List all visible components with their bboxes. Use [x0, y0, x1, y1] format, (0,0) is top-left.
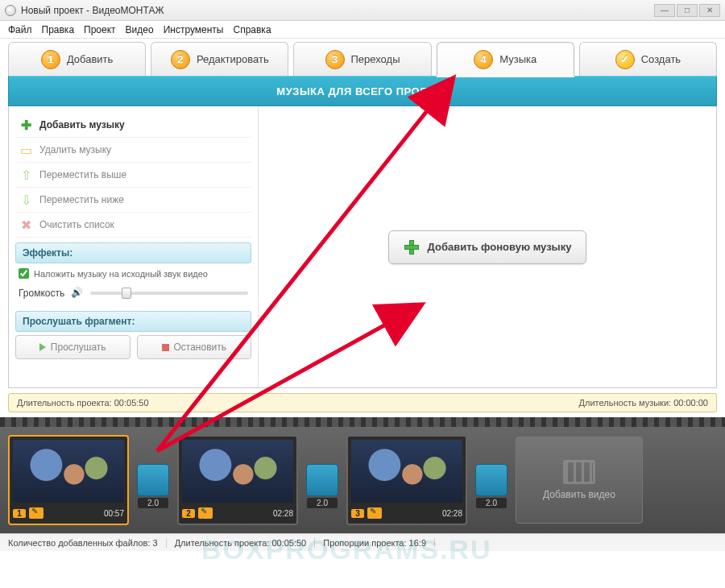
move-down-button: ⇩Переместить ниже	[15, 188, 251, 213]
add-video-button[interactable]: Добавить видео	[516, 437, 643, 524]
volume-label: Громкость	[19, 288, 64, 299]
delete-music-label: Удалить музыку	[39, 144, 111, 155]
clip-3[interactable]: 302:28	[346, 435, 467, 525]
preview-header: Прослушать фрагмент:	[15, 311, 251, 332]
menubar: Файл Правка Проект Видео Инструменты Спр…	[0, 21, 725, 39]
minimize-button[interactable]: —	[654, 4, 675, 17]
status-dur-label: Длительность проекта:	[175, 538, 270, 548]
stop-label: Остановить	[174, 342, 227, 353]
overlay-checkbox[interactable]	[19, 268, 29, 279]
speaker-icon: 🔊	[71, 287, 84, 300]
titlebar: Новый проект - ВидеоМОНТАЖ — □ ✕	[0, 0, 725, 21]
music-dur-value: 00:00:00	[673, 398, 708, 408]
tab-transitions[interactable]: 3Переходы	[293, 42, 431, 76]
stop-icon	[162, 344, 169, 351]
tab-create-label: Создать	[641, 53, 681, 65]
clip-thumbnail	[182, 440, 293, 503]
aspect-label: Пропорции проекта:	[323, 538, 406, 548]
arrow-up-icon: ⇧	[19, 168, 33, 182]
plus-icon	[404, 239, 420, 255]
duration-bar: Длительность проекта: 00:05:50 Длительно…	[8, 393, 717, 412]
menu-file[interactable]: Файл	[8, 24, 32, 35]
volume-row: Громкость 🔊	[15, 284, 251, 306]
tab-create[interactable]: Создать	[579, 42, 717, 76]
status-dur-value: 00:05:50	[271, 538, 306, 548]
timeline: 100:57 2.0 202:28 2.0 302:28 2.0 Добавит…	[0, 417, 725, 533]
tab-edit-label: Редактировать	[197, 53, 269, 65]
clip-thumbnail	[351, 440, 462, 503]
clip-time: 00:57	[104, 509, 124, 518]
folder-icon: ▭	[19, 143, 33, 157]
transition-value: 2.0	[138, 498, 168, 508]
app-icon	[5, 5, 16, 16]
delete-music-button: ▭Удалить музыку	[15, 138, 251, 163]
add-video-label: Добавить видео	[543, 489, 615, 500]
tab-transitions-label: Переходы	[351, 53, 400, 65]
transition-3[interactable]: 2.0	[475, 464, 508, 496]
check-icon	[615, 50, 635, 69]
play-label: Прослушать	[51, 342, 106, 353]
tab-add[interactable]: 1Добавить	[8, 42, 146, 76]
menu-project[interactable]: Проект	[84, 24, 116, 35]
volume-slider[interactable]	[90, 292, 248, 295]
menu-video[interactable]: Видео	[126, 24, 154, 35]
clip-index: 1	[13, 509, 26, 518]
menu-tools[interactable]: Инструменты	[164, 24, 224, 35]
clip-time: 02:28	[273, 509, 293, 518]
statusbar: Количество добавленных файлов: 3 Длитель…	[0, 533, 725, 551]
play-icon	[39, 343, 46, 351]
stop-button[interactable]: Остановить	[137, 335, 252, 359]
add-music-label: Добавить музыку	[39, 119, 125, 130]
slider-thumb[interactable]	[122, 288, 131, 299]
add-bg-music-button[interactable]: Добавить фоновую музыку	[388, 230, 587, 264]
transition-1[interactable]: 2.0	[137, 464, 169, 496]
clear-list-button: ✖Очистить список	[15, 213, 251, 238]
clip-2[interactable]: 202:28	[177, 435, 298, 525]
x-icon: ✖	[19, 217, 33, 232]
clip-time: 02:28	[442, 509, 462, 518]
plus-icon: ✚	[19, 118, 33, 132]
move-up-label: Переместить выше	[39, 169, 126, 180]
clip-thumbnail	[13, 440, 124, 503]
banner: МУЗЫКА ДЛЯ ВСЕГО ПРОЕКТА	[8, 76, 717, 106]
overlay-label: Наложить музыку на исходный звук видео	[34, 269, 208, 279]
move-down-label: Переместить ниже	[39, 194, 124, 205]
maximize-button[interactable]: □	[677, 4, 698, 17]
tab-add-label: Добавить	[67, 53, 113, 65]
clear-list-label: Очистить список	[39, 219, 114, 230]
add-music-button[interactable]: ✚Добавить музыку	[15, 113, 251, 138]
proj-dur-label: Длительность проекта:	[17, 398, 112, 408]
files-value: 3	[153, 538, 158, 548]
add-bg-music-label: Добавить фоновую музыку	[428, 241, 572, 253]
transition-2[interactable]: 2.0	[306, 464, 338, 496]
edit-icon[interactable]	[198, 507, 213, 519]
move-up-button: ⇧Переместить выше	[15, 163, 251, 188]
close-button[interactable]: ✕	[699, 4, 720, 17]
sidebar: ✚Добавить музыку ▭Удалить музыку ⇧Переме…	[9, 106, 259, 387]
step-tabs: 1Добавить 2Редактировать 3Переходы 4Музы…	[8, 42, 717, 76]
tab-music[interactable]: 4Музыка	[437, 42, 574, 76]
arrow-down-icon: ⇩	[19, 193, 33, 207]
tab-edit[interactable]: 2Редактировать	[151, 42, 288, 76]
transition-value: 2.0	[307, 498, 338, 508]
edit-icon[interactable]	[367, 507, 382, 519]
menu-help[interactable]: Справка	[233, 24, 271, 35]
music-dur-label: Длительность музыки:	[579, 398, 672, 408]
banner-text: МУЗЫКА ДЛЯ ВСЕГО ПРОЕКТА	[276, 85, 448, 97]
files-label: Количество добавленных файлов:	[8, 538, 150, 548]
proj-dur-value: 00:05:50	[114, 398, 149, 408]
clip-index: 3	[351, 509, 364, 518]
tab-music-label: Музыка	[499, 53, 536, 65]
clip-index: 2	[182, 509, 195, 518]
window-title: Новый проект - ВидеоМОНТАЖ	[21, 5, 164, 16]
menu-edit[interactable]: Правка	[42, 24, 75, 35]
effects-header: Эффекты:	[15, 242, 251, 263]
clip-1[interactable]: 100:57	[8, 435, 129, 525]
edit-icon[interactable]	[29, 507, 44, 519]
aspect-value: 16:9	[409, 538, 426, 548]
overlay-row[interactable]: Наложить музыку на исходный звук видео	[15, 263, 251, 284]
main-panel: Добавить фоновую музыку	[259, 106, 716, 387]
film-icon	[563, 460, 595, 484]
play-button[interactable]: Прослушать	[15, 335, 130, 359]
transition-value: 2.0	[476, 498, 507, 508]
